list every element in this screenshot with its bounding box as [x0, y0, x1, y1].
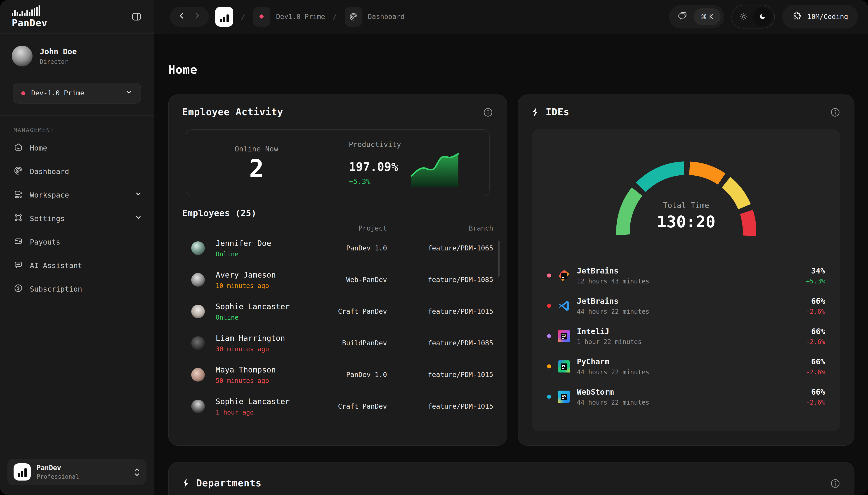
employee-name: Maya Thompson: [216, 365, 303, 375]
legend-dot: [547, 395, 551, 399]
employee-row[interactable]: Maya Thompson 50 minutes ago PanDev 1.0 …: [182, 359, 493, 391]
settings-icon: [14, 213, 23, 224]
ide-name: InteliJ: [577, 327, 806, 336]
employee-name: Avery Jameson: [216, 271, 303, 279]
sidebar-item-home[interactable]: Home: [0, 136, 154, 159]
breadcrumb-home-tile[interactable]: [215, 6, 233, 27]
online-now-value: 2: [249, 157, 264, 181]
sidebar-item-workspace[interactable]: Workspace: [0, 183, 154, 207]
breadcrumb-page-label[interactable]: Dashboard: [368, 13, 405, 21]
ide-share: 66%: [806, 388, 825, 397]
ide-row[interactable]: JetBrains 12 hours 43 minutes 34% +5.3%: [547, 261, 825, 291]
employee-status: 1 hour ago: [216, 409, 303, 416]
user-role: Director: [40, 58, 77, 65]
employee-status: Online: [216, 314, 303, 321]
intellij-icon: IJ: [558, 330, 570, 342]
info-icon[interactable]: [830, 478, 840, 489]
employee-name: Sophie Lancaster: [216, 397, 303, 406]
subscription-icon: $: [14, 283, 23, 294]
lightning-bolt-icon: [182, 478, 190, 489]
chevron-down-icon: [135, 190, 142, 199]
breadcrumb-project-tile[interactable]: [253, 6, 270, 27]
sidebar-item-label: AI Assistant: [30, 261, 142, 270]
activity-stats-box: Online Now 2 Productivity 197.09% +5.3%: [186, 130, 490, 197]
ide-row[interactable]: PC PyCharm 44 hours 22 minutes 66% -2.6%: [547, 352, 825, 382]
ide-share: 66%: [806, 357, 825, 366]
chat-bubbles-icon: [677, 10, 688, 23]
gauge-label: Total Time: [605, 201, 767, 210]
employee-row[interactable]: Sophie Lancaster Online Craft PanDev fea…: [182, 296, 493, 327]
employee-branch: feature/PDM-1085: [387, 276, 493, 284]
sidebar-item-dashboard[interactable]: Dashboard: [0, 159, 154, 183]
sidebar-item-payouts[interactable]: Payouts: [0, 230, 154, 254]
light-mode-sun-icon[interactable]: [734, 7, 753, 26]
pycharm-icon: PC: [558, 360, 570, 373]
project-selector-label: Dev-1.0 Prime: [31, 89, 119, 97]
ide-row[interactable]: WS WebStorm 44 hours 22 minutes 66% -2.6…: [547, 382, 825, 412]
theme-toggle[interactable]: [731, 5, 775, 28]
productivity-delta: +5.3%: [349, 177, 398, 186]
employee-status: 50 minutes ago: [216, 377, 303, 385]
dark-mode-moon-icon[interactable]: [753, 7, 771, 26]
sidebar-item-settings[interactable]: Settings: [0, 207, 154, 230]
sidebar-collapse-button[interactable]: [131, 11, 142, 22]
employee-row[interactable]: Avery Jameson 10 minutes ago Web-PanDev …: [182, 264, 493, 296]
info-icon[interactable]: [483, 107, 493, 118]
ide-time: 1 hour 22 minutes: [577, 338, 806, 346]
breadcrumb-separator: /: [331, 12, 339, 21]
back-button[interactable]: [178, 12, 185, 21]
employees-table-header: Project Branch: [182, 224, 493, 233]
topbar-actions: ⌘ K 10M/Coding: [669, 5, 858, 28]
avatar: [191, 337, 205, 350]
employee-row[interactable]: Jennifer Doe Online PanDev 1.0 feature/P…: [182, 233, 493, 264]
sidebar-item-subscription[interactable]: $ Subscription: [0, 277, 154, 301]
ide-row[interactable]: JetBrains 44 hours 22 minutes 66% -2.6%: [547, 291, 825, 321]
topbar: / Dev1.0 Prime / Dashboard: [154, 0, 868, 33]
departments-header: Departments: [182, 478, 840, 489]
sidebar-item-label: Subscription: [30, 285, 142, 293]
page-title: Home: [168, 63, 868, 76]
app-window: PanDev John Doe Director Dev-1.0 Prime M: [0, 0, 868, 495]
ide-delta: -2.6%: [806, 369, 825, 376]
ide-name: PyCharm: [577, 357, 806, 366]
column-header-project: Project: [303, 224, 387, 233]
employee-status: 30 minutes ago: [216, 346, 303, 353]
sidebar-item-label: Workspace: [30, 190, 128, 199]
pandev-brand-icon: [14, 463, 31, 480]
sidebar-item-label: Dashboard: [30, 167, 142, 176]
project-selector[interactable]: Dev-1.0 Prime: [13, 83, 141, 103]
sidebar-item-ai-assistant[interactable]: AI Assistant: [0, 254, 154, 277]
breadcrumb-page-tile[interactable]: [345, 6, 362, 27]
ai-assistant-icon: [14, 260, 23, 271]
plan-usage-badge[interactable]: 10M/Coding: [782, 5, 858, 28]
ide-share: 66%: [806, 297, 825, 306]
forward-button[interactable]: [193, 12, 201, 21]
employee-row[interactable]: Sophie Lancaster 1 hour ago Craft PanDev…: [182, 391, 493, 423]
legend-dot: [547, 334, 551, 338]
payouts-icon: [14, 236, 23, 248]
sidebar-menu: Home Dashboard Workspace: [0, 136, 154, 301]
app-logo[interactable]: PanDev: [12, 5, 48, 28]
ide-share: 66%: [806, 327, 825, 336]
departments-title: Departments: [196, 478, 261, 489]
sidebar-logo-row: PanDev: [0, 0, 154, 34]
employee-row[interactable]: Liam Harrington 30 minutes ago BuildPanD…: [182, 327, 493, 359]
history-nav: [170, 6, 209, 27]
user-avatar: [12, 46, 33, 66]
employees-scrollbar[interactable]: [498, 241, 499, 277]
avatar: [191, 242, 205, 255]
command-palette-button[interactable]: ⌘ K: [669, 5, 724, 28]
employee-activity-header: Employee Activity: [182, 107, 493, 118]
info-icon[interactable]: [830, 107, 840, 118]
employee-project: PanDev 1.0: [303, 371, 387, 379]
ides-header: IDEs: [532, 107, 840, 118]
productivity-value: 197.09%: [349, 160, 398, 174]
breadcrumb-project-label[interactable]: Dev1.0 Prime: [276, 13, 325, 21]
avatar: [191, 273, 205, 287]
ide-row[interactable]: IJ InteliJ 1 hour 22 minutes 66% -2.6%: [547, 321, 825, 352]
user-profile[interactable]: John Doe Director: [0, 34, 154, 70]
org-switcher[interactable]: PanDev Professional: [7, 459, 147, 485]
ides-title: IDEs: [546, 107, 569, 118]
employee-status: Online: [216, 251, 303, 258]
productivity-sparkline: [410, 152, 461, 188]
